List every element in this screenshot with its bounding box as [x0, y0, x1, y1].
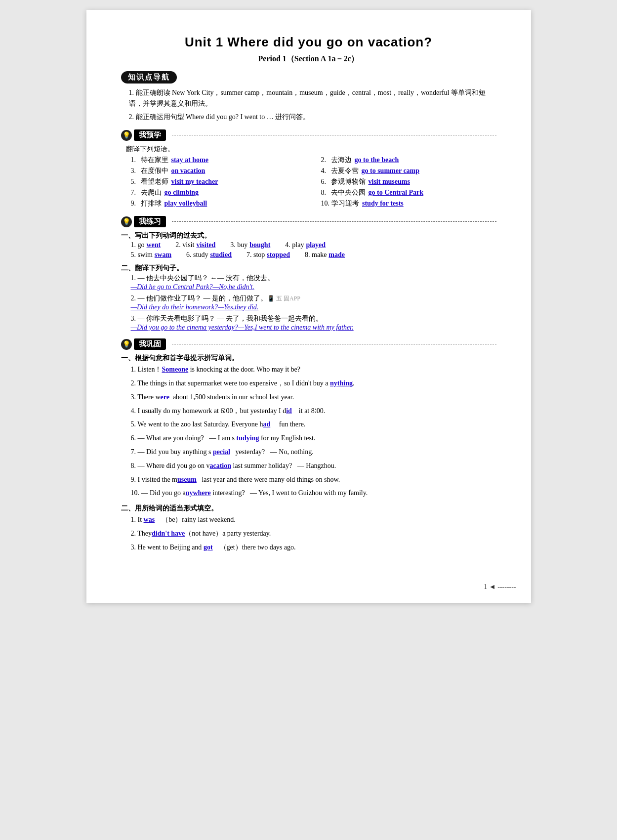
- verb-row-2: 5. swim swam 6. study studied 7. stop st…: [131, 251, 496, 259]
- page: Unit 1 Where did you go on vacation? Per…: [86, 10, 531, 603]
- preview-header: 💡 我预学: [121, 129, 496, 141]
- page-number: 1 ◄ --------: [484, 583, 516, 591]
- verb-make: 8. make made: [305, 251, 345, 259]
- verb-swim: 5. swim swam: [131, 251, 172, 259]
- preview-badge: 💡: [121, 130, 132, 141]
- practice-part1-label: 一、写出下列动词的过去式。: [121, 231, 496, 240]
- main-title: Unit 1 Where did you go on vacation?: [121, 35, 496, 50]
- vocab-item-5: 5. 看望老师 visit my teacher: [131, 177, 306, 186]
- practice-part1: 一、写出下列动词的过去式。 1. go went 2. visit visite…: [121, 231, 496, 259]
- fill2-1: 1. It was （be）rainy last weekend.: [131, 514, 496, 526]
- zhishi-header: 知识点导航: [121, 71, 496, 84]
- vocab-item-7: 7. 去爬山 go climbing: [131, 188, 306, 197]
- vocab-item-2: 2. 去海边 go to the beach: [321, 156, 496, 165]
- verb-row-1: 1. go went 2. visit visited 3. buy bough…: [131, 241, 496, 249]
- consolidate-part1: 一、根据句意和首字母提示拼写单词。 1. Listen！Someone is k…: [121, 354, 496, 499]
- trans-1: 1. — 他去中央公园了吗？ ←— 没有，他没去。 —Did he go to …: [131, 274, 496, 291]
- consolidate-header: 💡 我巩固: [121, 338, 496, 350]
- zhishi-item-1: 能正确朗读 New York City，summer camp，mountain…: [129, 87, 496, 110]
- preview-dashes: [172, 135, 496, 135]
- fill-4: 4. I usually do my homework at 6∶00，but …: [131, 405, 496, 417]
- preview-intro: 翻译下列短语。: [126, 145, 496, 154]
- trans-3: 3. — 你昨天去看电影了吗？ — 去了，我和我爸爸一起去看的。 —Did yo…: [131, 314, 496, 332]
- vocab-item-10: 10. 学习迎考 study for tests: [321, 199, 496, 208]
- verb-stop: 7. stop stopped: [247, 251, 290, 259]
- practice-dashes: [172, 221, 496, 222]
- consolidate-dashes: [172, 344, 496, 344]
- verb-go: 1. go went: [131, 241, 161, 249]
- consolidate-badge: 💡: [121, 339, 132, 350]
- fill-10: 10. — Did you go anywhere interesting? —…: [131, 487, 496, 499]
- vocab-item-6: 6. 参观博物馆 visit museums: [321, 177, 496, 186]
- zhishi-item-2: 能正确运用句型 Where did you go? I went to … 进行…: [129, 112, 496, 123]
- practice-badge: 💡: [121, 216, 132, 227]
- practice-title: 我练习: [134, 216, 166, 227]
- consolidate-title: 我巩固: [134, 338, 166, 350]
- consolidate-part2-label: 二、用所给词的适当形式填空。: [121, 504, 496, 513]
- fill-9: 9. I visited the museum last year and th…: [131, 474, 496, 486]
- fill2-2: 2. Theydidn't have（not have）a party yest…: [131, 528, 496, 540]
- consolidate-part2: 二、用所给词的适当形式填空。 1. It was （be）rainy last …: [121, 504, 496, 553]
- verb-study: 6. study studied: [186, 251, 232, 259]
- fill-6: 6. — What are you doing? — I am s tudyin…: [131, 432, 496, 444]
- title-block: Unit 1 Where did you go on vacation?: [121, 35, 496, 50]
- practice-header: 💡 我练习: [121, 216, 496, 227]
- zhishi-badge: 知识点导航: [121, 71, 177, 84]
- consolidate-part1-label: 一、根据句意和首字母提示拼写单词。: [121, 354, 496, 363]
- trans-2: 2. — 他们做作业了吗？ — 是的，他们做了。📱 五 固APP —Did th…: [131, 294, 496, 311]
- fill-5: 5. We went to the zoo last Saturday. Eve…: [131, 419, 496, 430]
- practice-part2-label: 二、翻译下列句子。: [121, 264, 496, 273]
- vocab-item-9: 9. 打排球 play volleyball: [131, 199, 306, 208]
- fill2-3: 3. He went to Beijing and got （get）there…: [131, 542, 496, 553]
- practice-part2: 二、翻译下列句子。 1. — 他去中央公园了吗？ ←— 没有，他没去。 —Did…: [121, 264, 496, 332]
- period-title: Period 1（Section A 1a－2c）: [121, 54, 496, 64]
- vocab-grid: 1. 待在家里 stay at home 2. 去海边 go to the be…: [131, 156, 496, 209]
- verb-buy: 3. buy bought: [230, 241, 270, 249]
- fill-8: 8. — Where did you go on vacation last s…: [131, 460, 496, 472]
- fill-3: 3. There were about 1,500 students in ou…: [131, 391, 496, 403]
- fill-7: 7. — Did you buy anything s pecial yeste…: [131, 446, 496, 458]
- zhishi-list: 能正确朗读 New York City，summer camp，mountain…: [129, 87, 496, 123]
- vocab-item-4: 4. 去夏令营 go to summer camp: [321, 167, 496, 175]
- preview-title: 我预学: [134, 129, 166, 141]
- verb-play: 4. play played: [285, 241, 326, 249]
- fill-2: 2. The things in that supermarket were t…: [131, 378, 496, 389]
- vocab-item-8: 8. 去中央公园 go to Central Park: [321, 188, 496, 197]
- vocab-item-3: 3. 在度假中 on vacation: [131, 167, 306, 175]
- vocab-item-1: 1. 待在家里 stay at home: [131, 156, 306, 165]
- fill-1: 1. Listen！Someone is knocking at the doo…: [131, 364, 496, 376]
- verb-visit: 2. visit visited: [175, 241, 215, 249]
